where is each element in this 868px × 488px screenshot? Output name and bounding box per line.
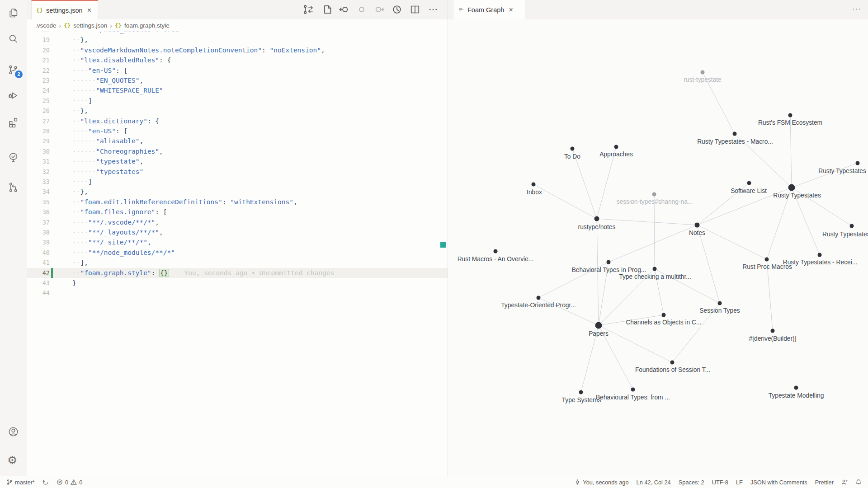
graph-node-fsm[interactable] [788, 113, 793, 117]
graph-node-inbox[interactable] [532, 183, 536, 187]
graph-node-rt-right[interactable] [850, 224, 854, 228]
graph-node-channels[interactable] [662, 313, 666, 317]
graph-node-foundations[interactable] [670, 361, 675, 365]
graph-label-rustmacros: Rust Macros - An Overvie... [458, 256, 534, 263]
graph-edge [654, 194, 655, 269]
activity-item-search[interactable] [7, 33, 19, 45]
breadcrumb-segment[interactable]: foam.graph.style [124, 22, 170, 29]
activity-item-settings[interactable]: ⚙ [7, 454, 19, 466]
tab-close-icon[interactable]: × [87, 6, 91, 14]
tab-foam-graph[interactable]: Foam Graph × [453, 0, 525, 19]
status-language-mode[interactable]: JSON with Comments [750, 479, 807, 486]
graph-node-rt-top[interactable] [856, 161, 860, 165]
graph-node-macro[interactable] [733, 132, 737, 136]
status-branch-status[interactable]: master* [6, 479, 35, 486]
graph-node-rustproc[interactable] [765, 258, 769, 262]
status-sync-status[interactable] [42, 479, 49, 485]
status-encoding[interactable]: UTF-8 [712, 479, 728, 486]
code-line-31[interactable]: 31······"typestate", [27, 156, 448, 166]
code-line-19[interactable]: 19··}, [27, 35, 448, 45]
status-indentation[interactable]: Spaces: 2 [679, 479, 704, 486]
code-line-42[interactable]: 42··"foam.graph.style": {}You, seconds a… [27, 268, 448, 278]
code-line-41[interactable]: 41··], [27, 258, 448, 267]
toolbar-open-preview-icon[interactable] [322, 4, 333, 15]
graph-node-rust-typestate[interactable] [701, 70, 705, 75]
code-line-22[interactable]: 22····"en-US": [ [27, 66, 448, 75]
code-line-32[interactable]: 32······"typestates" [27, 167, 448, 177]
status-eol[interactable]: LF [736, 479, 743, 486]
breadcrumb-segment[interactable]: .vscode [35, 22, 57, 29]
code-line-30[interactable]: 30······"Choreographies", [27, 146, 448, 156]
line-number: 26 [27, 106, 50, 116]
activity-item-run-debug[interactable] [7, 89, 19, 102]
graph-node-typecheck[interactable] [653, 267, 657, 271]
graph-node-typestateoriented[interactable] [537, 296, 541, 300]
breadcrumb-segment[interactable]: settings.json [73, 22, 107, 29]
code-line-38[interactable]: 38····"**/_layouts/**/*", [27, 227, 448, 237]
graph-node-todo[interactable] [571, 147, 575, 151]
graph-node-behavioral[interactable] [607, 260, 611, 264]
tab-settings-json[interactable]: {} settings.json × [31, 0, 98, 19]
graph-node-notes[interactable] [695, 223, 700, 228]
foam-graph-canvas[interactable]: rust-typestateRust's FSM EcosystemRusty … [448, 19, 868, 476]
graph-node-sessiontypes[interactable] [718, 301, 722, 305]
code-line-44[interactable]: 44 [27, 288, 448, 298]
status-cursor-position[interactable]: Ln 42, Col 24 [637, 479, 671, 486]
graph-node-approaches[interactable] [614, 145, 618, 149]
activity-item-explorer[interactable] [7, 7, 19, 19]
code-editor[interactable]: 18····"**/node_modules": true19··},20··"… [27, 19, 448, 476]
activity-item-todo-tree[interactable] [7, 151, 19, 164]
status-problems-status[interactable]: 00 [57, 479, 82, 486]
activity-item-extensions[interactable] [7, 116, 19, 128]
code-line-36[interactable]: 36··"foam.files.ignore": [ [27, 207, 448, 217]
panel-tab-close-icon[interactable]: × [509, 6, 513, 14]
panel-more-actions-icon[interactable]: ··· [852, 5, 862, 12]
status-gitlens-blame[interactable]: You, seconds ago [574, 479, 628, 486]
graph-node-sharing[interactable] [652, 192, 656, 197]
code-line-29[interactable]: 29······"aliasable", [27, 136, 448, 146]
code-line-35[interactable]: 35··"foam.edit.linkReferenceDefinitions"… [27, 197, 448, 207]
graph-node-papers[interactable] [595, 322, 602, 329]
graph-label-rt-top: Rusty Typestates [818, 168, 866, 174]
toolbar-more-actions-icon[interactable] [428, 4, 439, 15]
graph-node-rustype[interactable] [594, 216, 599, 221]
status-feedback[interactable] [841, 479, 848, 485]
graph-node-recei[interactable] [818, 253, 822, 257]
graph-node-derive[interactable] [771, 329, 775, 333]
code-line-33[interactable]: 33····] [27, 177, 448, 187]
toolbar-open-changes-icon[interactable] [303, 4, 314, 15]
activity-item-git-graph[interactable] [7, 181, 19, 193]
code-line-37[interactable]: 37····"**/.vscode/**/*", [27, 217, 448, 227]
toolbar-split-editor-icon[interactable] [410, 4, 420, 15]
graph-node-typestatemodelling[interactable] [794, 386, 798, 390]
toolbar-navigate-back-icon[interactable] [339, 4, 349, 15]
code-line-23[interactable]: 23······"EN_QUOTES", [27, 75, 448, 85]
code-line-20[interactable]: 20··"vscodeMarkdownNotes.noteCompletionC… [27, 45, 448, 55]
toolbar-circle-outline-icon[interactable] [356, 4, 367, 15]
code-line-26[interactable]: 26··}, [27, 106, 448, 116]
activity-item-source-control[interactable]: 2 [7, 64, 19, 76]
code-line-27[interactable]: 27··"ltex.dictionary": { [27, 116, 448, 126]
code-line-40[interactable]: 40····"**/node_modules/**/*" [27, 248, 448, 258]
code-line-24[interactable]: 24······"WHITESPACE_RULE" [27, 85, 448, 95]
graph-edge [599, 325, 672, 362]
toolbar-navigate-forward-icon[interactable] [374, 4, 385, 15]
code-line-34[interactable]: 34··}, [27, 187, 448, 197]
graph-node-typesystems[interactable] [579, 390, 583, 394]
code-line-text: ······"typestate", [72, 156, 143, 166]
activity-item-account[interactable] [7, 426, 19, 438]
graph-node-hub[interactable] [788, 184, 795, 191]
code-line-39[interactable]: 39····"**/_site/**/*", [27, 237, 448, 247]
code-line-25[interactable]: 25····] [27, 96, 448, 106]
code-line-28[interactable]: 28····"en-US": [ [27, 126, 448, 136]
graph-node-behavioural[interactable] [631, 388, 635, 392]
toolbar-timeline-icon[interactable] [392, 4, 402, 15]
code-line-43[interactable]: 43} [27, 278, 448, 288]
status-formatter[interactable]: Prettier [815, 479, 834, 486]
graph-node-software[interactable] [747, 181, 751, 185]
status-notifications[interactable] [855, 479, 862, 485]
graph-node-rustmacros[interactable] [494, 249, 498, 253]
code-line-21[interactable]: 21··"ltex.disabledRules": { [27, 55, 448, 65]
code-line-text: ····"**/_site/**/*", [72, 237, 151, 247]
breadcrumb[interactable]: .vscode›{}settings.json›{}foam.graph.sty… [27, 19, 448, 32]
